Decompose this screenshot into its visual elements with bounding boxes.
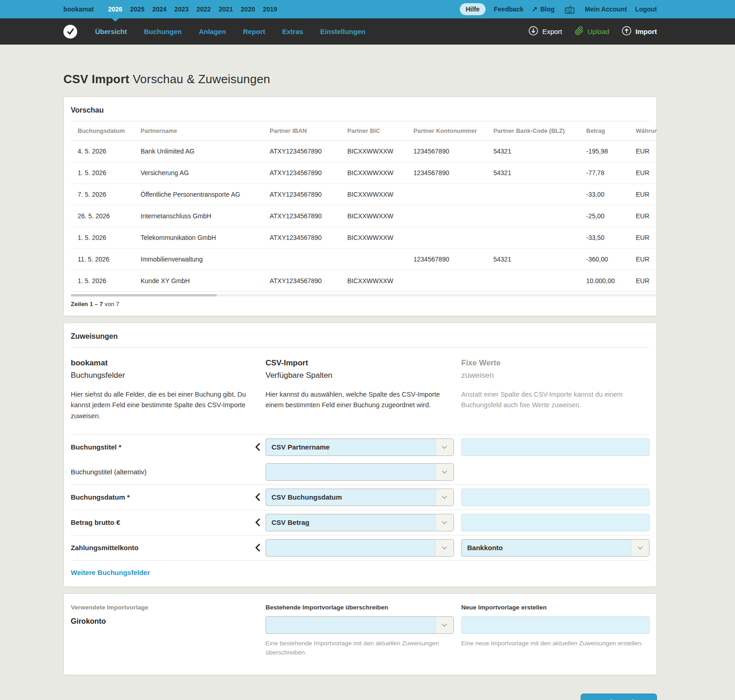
csv-column-select-buchungsdatum[interactable]: CSV Buchungsdatum — [266, 489, 454, 506]
rows-count-footer: Zeilen 1 – 7 von 7 — [71, 301, 650, 307]
nav-item-anlagen[interactable]: Anlagen — [199, 28, 226, 35]
bookamat-logo-icon[interactable] — [63, 25, 77, 39]
brand-logo-text[interactable]: bookamat — [63, 6, 94, 13]
cell — [413, 270, 493, 292]
chevron-down-icon — [631, 540, 649, 556]
download-circle-icon — [528, 26, 538, 37]
nav-item-einstellungen[interactable]: Einstellungen — [320, 28, 365, 35]
bookamat-fields-info: bookamat Buchungsfelder Hier siehst du a… — [71, 359, 254, 421]
overwrite-template-select[interactable] — [266, 616, 454, 634]
fixed-value-input-buchungsdatum[interactable] — [461, 489, 650, 506]
cell: ATXY1234567890 — [270, 184, 347, 205]
new-template-name-input[interactable] — [461, 616, 650, 634]
chevron-left-icon — [254, 493, 266, 501]
fixed-value-select-zahlungsmittelkonto[interactable]: Bankkonto — [461, 539, 650, 557]
fixed-value-input-buchungstitel[interactable] — [461, 438, 650, 456]
cell-currency: EUR — [636, 227, 657, 249]
year-tab-2022[interactable]: 2022 — [197, 0, 211, 18]
cell — [413, 184, 493, 205]
cell: Versicherung AG — [141, 162, 270, 184]
assignment-row-betrag: Betrag brutto € CSV Betrag — [71, 510, 650, 535]
cell: Telekommunikation GmbH — [141, 227, 270, 249]
preview-card: Vorschau Buchungsdatum Partnername Partn… — [63, 97, 657, 316]
csv-column-select-buchungstitel-alternativ[interactable] — [266, 463, 454, 481]
table-row: 1. 5. 2026Kunde XY GmbHATXY1234567890BIC… — [71, 270, 657, 292]
csv-column-select-betrag[interactable]: CSV Betrag — [266, 514, 454, 531]
chevron-down-icon — [435, 464, 453, 480]
keyboard-shortcuts-icon[interactable] — [565, 5, 575, 14]
cell: 54321 — [493, 141, 586, 162]
col-partnername: Partnername — [141, 121, 270, 141]
cell: 11. 5. 2026 — [71, 249, 141, 270]
external-link-icon: ↗ — [532, 5, 538, 13]
cell-currency: EUR — [636, 184, 657, 205]
upload-circle-icon — [622, 26, 632, 37]
csv-column-select-buchungstitel[interactable]: CSV Partnername — [266, 438, 454, 456]
assignment-row-buchungstitel-alternativ: Buchungstitel (alternativ) — [71, 460, 650, 484]
cell-currency: EUR — [636, 270, 657, 292]
col-waehrung: Währung — [636, 121, 657, 141]
csv-column-select-zahlungsmittelkonto[interactable] — [266, 539, 454, 557]
more-booking-fields-link[interactable]: Weitere Buchungsfelder — [71, 569, 150, 576]
year-tab-2021[interactable]: 2021 — [219, 0, 233, 18]
overwrite-template-block: Bestehende Importvorlage überschreiben E… — [266, 603, 454, 664]
year-tab-2023[interactable]: 2023 — [175, 0, 189, 18]
cell: 1234567890 — [413, 162, 493, 184]
year-tab-2020[interactable]: 2020 — [241, 0, 255, 18]
table-header-row: Buchungsdatum Partnername Partner IBAN P… — [71, 121, 657, 141]
col-partner-iban: Partner IBAN — [270, 121, 347, 141]
chevron-down-icon — [435, 439, 453, 455]
cell — [493, 270, 586, 292]
blog-link[interactable]: ↗Blog — [532, 5, 555, 13]
logout-link[interactable]: Logout — [635, 6, 657, 13]
import-data-button[interactable]: Daten importieren — [581, 694, 657, 700]
nav-item-report[interactable]: Report — [243, 28, 265, 35]
cell: ATXY1234567890 — [270, 141, 347, 162]
chevron-down-icon — [435, 540, 453, 556]
col-partner-bic: Partner BIC — [347, 121, 413, 141]
create-template-block: Neue Importvorlage erstellen Eine neue I… — [461, 603, 650, 654]
account-link[interactable]: Mein Account — [585, 6, 627, 13]
assignment-rows: Buchungstitel * CSV Partnername Buchungs… — [71, 434, 650, 561]
chevron-left-icon — [254, 518, 266, 527]
year-tab-2026[interactable]: 2026 — [108, 0, 122, 18]
horizontal-scrollbar[interactable] — [71, 294, 657, 296]
assignments-card-title: Zuweisungen — [71, 332, 650, 341]
cell-amount: -33,00 — [586, 184, 636, 205]
export-button[interactable]: Export — [528, 26, 562, 37]
cell-amount: -360,00 — [586, 249, 636, 270]
cell: BICXXWWXXW — [347, 184, 413, 205]
nav-item-buchungen[interactable]: Buchungen — [144, 28, 182, 35]
cell: Internetanschluss GmbH — [141, 205, 270, 227]
preview-card-title: Vorschau — [71, 106, 650, 114]
nav-item-extras[interactable]: Extras — [282, 28, 303, 35]
fixed-value-input-betrag[interactable] — [461, 514, 650, 531]
used-template-label: Verwendete Importvorlage — [71, 604, 266, 611]
feedback-link[interactable]: Feedback — [494, 6, 524, 13]
cell-amount: -77,78 — [586, 162, 636, 184]
chevron-left-icon — [254, 543, 266, 552]
col-partner-kontonummer: Partner Kontonummer — [413, 121, 493, 141]
upload-button[interactable]: Upload — [575, 26, 610, 37]
nav-item-uebersicht[interactable]: Übersicht — [95, 28, 127, 35]
help-button[interactable]: Hilfe — [460, 3, 486, 15]
chevron-down-icon — [435, 617, 453, 633]
cell-amount: 10.000,00 — [586, 270, 636, 292]
scrollbar-thumb[interactable] — [71, 294, 217, 296]
year-tab-2025[interactable]: 2025 — [130, 0, 144, 18]
import-button[interactable]: Import — [622, 26, 657, 37]
preview-table: Buchungsdatum Partnername Partner IBAN P… — [71, 121, 657, 292]
assignments-column-headers: bookamat Buchungsfelder Hier siehst du a… — [71, 347, 650, 434]
chevron-left-icon — [254, 443, 266, 451]
assignment-row-buchungstitel: Buchungstitel * CSV Partnername — [71, 434, 650, 460]
year-tab-2024[interactable]: 2024 — [152, 0, 166, 18]
cell: 26. 5. 2026 — [71, 205, 141, 227]
cell-amount: -33,50 — [586, 227, 636, 249]
year-tab-2019[interactable]: 2019 — [263, 0, 277, 18]
table-row: 4. 5. 2026Bank Unlimited AGATXY123456789… — [71, 141, 657, 162]
assignment-row-zahlungsmittelkonto: Zahlungsmittelkonto Bankkonto — [71, 535, 650, 560]
table-row: 1. 5. 2026Versicherung AGATXY1234567890B… — [71, 162, 657, 184]
cell: BICXXWWXXW — [347, 270, 413, 292]
table-row: 1. 5. 2026Telekommunikation GmbHATXY1234… — [71, 227, 657, 249]
create-template-help: Eine neue Importvorlage mit den aktuelle… — [461, 639, 650, 648]
